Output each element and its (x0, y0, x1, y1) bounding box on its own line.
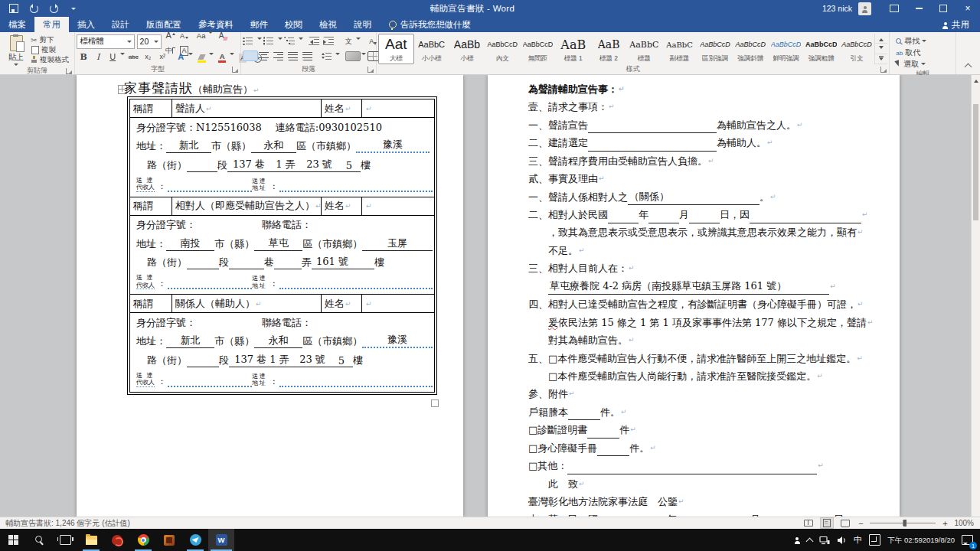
tab-home[interactable]: 常用 (34, 17, 69, 32)
subscript-icon[interactable] (141, 50, 155, 63)
bold-icon[interactable] (77, 50, 90, 63)
taskbar-chrome[interactable] (130, 529, 156, 551)
page-right[interactable]: 為聲請輔助宣告事：↵壹、請求之事項：↵一、聲請宣告為輔助宣告之人。↵二、建請選定… (488, 75, 900, 517)
justify-icon[interactable] (288, 51, 302, 60)
find-button[interactable]: 尋找 (896, 36, 954, 46)
volume-icon[interactable] (833, 529, 850, 551)
format-painter-button[interactable]: 複製格式 (31, 55, 69, 64)
tab-view[interactable]: 檢視 (311, 17, 345, 32)
avatar[interactable] (858, 2, 871, 15)
style-item[interactable]: AaBbCcD鮮明強調 (768, 34, 803, 64)
close-button[interactable]: × (956, 0, 980, 17)
replace-button[interactable]: 取代 (896, 47, 954, 57)
tab-file[interactable]: 檔案 (0, 17, 34, 32)
minimize-button[interactable] (906, 0, 931, 17)
decrease-indent-icon[interactable] (309, 37, 322, 46)
increase-indent-icon[interactable] (323, 37, 337, 46)
collapse-ribbon-button[interactable] (956, 32, 980, 74)
align-left-icon[interactable] (243, 51, 258, 61)
multilevel-list-caret-icon[interactable] (299, 37, 303, 40)
zoom-slider[interactable] (870, 523, 936, 523)
tab-mailings[interactable]: 郵件 (242, 17, 276, 32)
tab-design[interactable]: 設計 (103, 17, 138, 32)
font-color-caret-icon[interactable] (230, 53, 234, 55)
change-case-icon[interactable] (194, 28, 208, 41)
style-item[interactable]: AaBbCcD內文 (485, 34, 520, 64)
taskbar-telegram[interactable] (182, 529, 208, 551)
redo-icon[interactable] (47, 2, 60, 15)
underline-icon[interactable] (106, 50, 119, 63)
scrollbar-thumb[interactable] (973, 104, 978, 220)
line-spacing-caret-icon[interactable] (335, 53, 340, 55)
restore-button[interactable] (931, 0, 956, 17)
shading-caret-icon[interactable] (361, 53, 366, 55)
zoom-in-button[interactable]: + (941, 519, 949, 528)
distribute-icon[interactable] (302, 51, 316, 60)
account-name[interactable]: 123 nick (822, 4, 852, 13)
styles-dialog-launcher[interactable] (880, 67, 887, 73)
font-size-combo[interactable]: 20 (137, 34, 162, 49)
highlight-color-caret-icon[interactable] (209, 53, 214, 55)
align-right-icon[interactable] (273, 51, 287, 60)
notification-icon[interactable]: 1 (959, 529, 978, 551)
align-center-icon[interactable] (259, 51, 273, 60)
style-item[interactable]: Aat大標 (378, 34, 413, 64)
print-layout-icon[interactable] (820, 517, 834, 529)
page-left[interactable]: 家事聲請狀（輔助宣告）↵ 稱謂聲請人↵姓名↵↵身分證字號：N125516038連… (77, 75, 463, 517)
people-icon[interactable] (791, 529, 803, 551)
paste-button[interactable]: 貼上 (2, 34, 31, 66)
style-item[interactable]: AaBbCcD引文 (839, 34, 874, 64)
line-spacing-icon[interactable] (321, 51, 335, 60)
bullets-caret-icon[interactable] (257, 37, 262, 40)
tab-help[interactable]: 說明 (345, 17, 380, 32)
style-item[interactable]: AaBbCcD區別強調 (697, 34, 733, 64)
text-effects-icon[interactable] (174, 50, 188, 63)
ime-mode-icon[interactable] (865, 529, 884, 551)
ime-language-indicator[interactable]: 中 (850, 529, 865, 551)
ribbon-display-options-button[interactable] (882, 0, 906, 17)
network-icon[interactable] (815, 529, 833, 551)
zoom-slider-thumb[interactable] (903, 520, 906, 527)
tab-review[interactable]: 校閱 (276, 17, 311, 32)
zoom-level[interactable]: 100% (954, 519, 974, 527)
vertical-scrollbar[interactable] (971, 75, 980, 517)
underline-caret-icon[interactable] (120, 53, 125, 55)
taskbar-garena[interactable] (104, 529, 130, 551)
style-item[interactable]: AaBbCcD強調斜體 (733, 34, 768, 64)
style-item[interactable]: AaBbC標題 (626, 34, 662, 64)
style-item[interactable]: AaBbCcD強調粗體 (804, 34, 839, 64)
clear-formatting-icon[interactable] (217, 28, 230, 41)
shading-icon[interactable] (345, 51, 361, 61)
strikethrough-icon[interactable] (126, 50, 140, 63)
asian-layout-icon[interactable] (341, 34, 355, 47)
share-button[interactable]: 共用 (932, 17, 980, 32)
italic-icon[interactable] (91, 50, 105, 63)
word-count-status[interactable]: 輔助宣告書狀: 1,246 個字元 (估計值) (0, 518, 130, 529)
taskbar-game[interactable] (156, 529, 182, 551)
hidden-icons-chevron[interactable] (803, 529, 815, 551)
numbering-icon[interactable] (263, 37, 277, 46)
taskbar-task-view[interactable] (52, 529, 78, 551)
bullets-icon[interactable] (243, 37, 256, 46)
tell-me-box[interactable]: 告訴我您想做什麼 (380, 17, 480, 32)
numbering-caret-icon[interactable] (278, 37, 283, 40)
superscript-icon[interactable] (155, 50, 169, 63)
taskbar-word[interactable] (208, 529, 234, 551)
styles-scroll-down-icon[interactable] (875, 44, 887, 54)
clipboard-dialog-launcher[interactable] (66, 68, 72, 74)
styles-more-icon[interactable] (875, 54, 887, 64)
select-button[interactable]: 選取 (896, 59, 954, 69)
cut-button[interactable]: ✂剪下 (31, 35, 69, 44)
read-mode-icon[interactable] (802, 518, 815, 528)
copy-button[interactable]: 複製 (31, 45, 69, 54)
change-case-caret-icon[interactable] (208, 31, 213, 34)
styles-scroll-up-icon[interactable] (875, 34, 887, 44)
multilevel-list-icon[interactable] (284, 37, 298, 46)
clock[interactable]: 下午 02:59 2019/8/20 (884, 529, 959, 551)
font-name-combo[interactable]: 標楷體 (77, 34, 134, 49)
taskbar-search[interactable] (26, 529, 52, 551)
grow-font-icon[interactable] (164, 28, 178, 41)
web-layout-icon[interactable] (839, 518, 851, 528)
font-dialog-launcher[interactable] (232, 67, 238, 73)
undo-icon[interactable] (28, 2, 40, 15)
